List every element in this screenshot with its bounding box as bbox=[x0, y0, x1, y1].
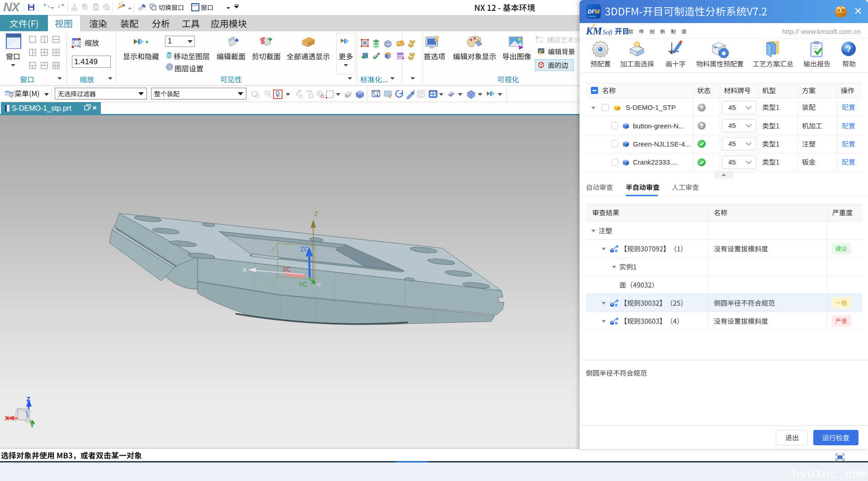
svg-text:?: ? bbox=[846, 44, 851, 54]
svg-text:Z: Z bbox=[314, 210, 318, 217]
svg-text:Z: Z bbox=[26, 395, 30, 403]
svg-text:X: X bbox=[242, 266, 247, 274]
svg-text:KM: KM bbox=[586, 25, 603, 37]
svg-text:DF: DF bbox=[588, 9, 595, 15]
svg-text:X: X bbox=[5, 414, 9, 422]
svg-text:YC: YC bbox=[298, 281, 307, 288]
svg-text:?: ? bbox=[700, 104, 703, 111]
svg-text:XC: XC bbox=[283, 266, 291, 273]
svg-text:Y: Y bbox=[30, 421, 34, 429]
svg-text:M: M bbox=[595, 9, 600, 15]
svg-text:Soft: Soft bbox=[603, 29, 613, 36]
svg-text:?: ? bbox=[700, 123, 703, 129]
